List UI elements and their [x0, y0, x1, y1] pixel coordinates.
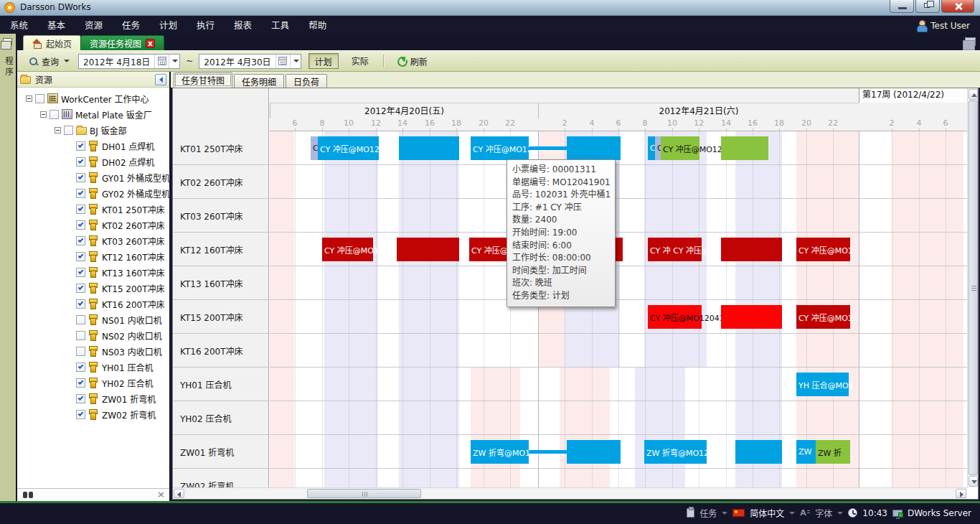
view-tab-1[interactable]: 任务明细	[234, 74, 284, 88]
task-bar[interactable]: CY 冲压@MO12041903	[648, 305, 702, 329]
menu-item-资源[interactable]: 资源	[85, 18, 103, 32]
task-bar[interactable]	[721, 136, 768, 160]
plan-toggle-button[interactable]: 计划	[308, 53, 339, 69]
task-bar[interactable]: ZW	[796, 440, 816, 464]
task-bar[interactable]: ZW 折弯@MO12041901	[644, 440, 707, 464]
menu-item-帮助[interactable]: 帮助	[308, 18, 326, 32]
scroll-right-button[interactable]	[956, 489, 966, 498]
checkbox[interactable]	[76, 220, 85, 230]
tree-item[interactable]: KT12 160T冲床	[17, 248, 169, 264]
checkbox[interactable]	[76, 205, 85, 214]
checkbox[interactable]	[76, 331, 85, 340]
menu-item-基本[interactable]: 基本	[47, 18, 65, 32]
task-bar[interactable]: CY 冲 CY 冲压@MO12041904	[648, 238, 702, 261]
program-side-strip[interactable]: 程序	[0, 34, 17, 501]
task-bar[interactable]: ZW 折弯@MO12041901	[471, 440, 529, 464]
tab-close-icon[interactable]: x	[146, 39, 155, 48]
chevron-down-icon[interactable]	[789, 512, 795, 515]
scroll-up-button[interactable]	[969, 89, 978, 100]
tree-item[interactable]: DH01 点焊机	[17, 138, 169, 154]
menu-item-工具[interactable]: 工具	[271, 18, 289, 32]
tree-item[interactable]: BJ 钣金部	[17, 122, 169, 138]
checkbox[interactable]	[76, 157, 85, 167]
layout-icon[interactable]	[965, 37, 976, 46]
horizontal-scrollbar[interactable]	[173, 487, 967, 499]
checkbox[interactable]	[76, 236, 85, 245]
task-bar[interactable]	[721, 305, 782, 329]
checkbox[interactable]	[76, 189, 85, 198]
task-bar[interactable]: CY 冲压@MO12041901	[318, 136, 379, 160]
checkbox[interactable]	[76, 252, 85, 261]
task-bar[interactable]	[397, 238, 459, 261]
actual-toggle-button[interactable]: 实际	[346, 53, 374, 69]
status-task-label[interactable]: 任务	[699, 507, 717, 519]
find-icon[interactable]	[23, 492, 33, 498]
tree-item[interactable]: YH02 压合机	[17, 375, 169, 390]
tree-item[interactable]: GY01 外桶成型机	[17, 169, 169, 185]
checkbox[interactable]	[76, 141, 85, 151]
view-tab-0[interactable]: 任务甘特图	[174, 72, 232, 88]
close-icon[interactable]: ×	[157, 489, 165, 500]
query-button[interactable]: 查询	[24, 54, 74, 69]
refresh-button[interactable]: 刷新	[392, 54, 432, 69]
tree-item[interactable]: NS03 内收口机	[17, 343, 169, 359]
task-bar[interactable]: YH 压合@MO1	[796, 373, 849, 396]
task-bar[interactable]	[529, 146, 567, 150]
view-tab-2[interactable]: 日负荷	[286, 74, 327, 88]
task-bar[interactable]: C	[311, 136, 318, 160]
checkbox[interactable]	[50, 110, 59, 119]
tree-item[interactable]: ZW01 折弯机	[17, 390, 169, 406]
chevron-down-icon[interactable]	[722, 512, 727, 515]
checkbox[interactable]	[76, 173, 85, 182]
menu-item-计划[interactable]: 计划	[159, 18, 177, 32]
restore-button[interactable]	[915, 0, 940, 13]
scroll-left-button[interactable]	[174, 489, 184, 498]
date-from-field[interactable]: 2012年 4月18日	[78, 54, 180, 69]
vertical-scroll-thumb[interactable]	[969, 100, 978, 475]
task-bar[interactable]: CY 冲压@MO1	[796, 238, 850, 261]
task-bar[interactable]: C	[648, 136, 655, 160]
task-bar[interactable]	[567, 440, 621, 464]
task-bar[interactable]	[721, 238, 782, 261]
expander-icon[interactable]	[40, 111, 47, 118]
tree-item[interactable]: KT03 260T冲床	[17, 233, 169, 248]
date-to-field[interactable]: 2012年 4月30日	[199, 54, 301, 69]
checkbox[interactable]	[76, 378, 85, 388]
expander-icon[interactable]	[55, 127, 61, 134]
task-bar[interactable]: CY 冲压@MO1	[796, 305, 850, 329]
task-bar[interactable]	[567, 136, 621, 160]
date-from-dropdown[interactable]	[169, 55, 179, 68]
user-box[interactable]: Test User	[916, 20, 970, 32]
collapse-panel-button[interactable]	[155, 74, 166, 85]
date-to-dropdown[interactable]	[290, 55, 301, 68]
checkbox[interactable]	[76, 284, 85, 293]
tree-item[interactable]: Metal Plate 钣金厂	[17, 106, 169, 122]
tab-resource-task-view[interactable]: 资源任务视图 x	[80, 35, 164, 50]
tree-item[interactable]: DH02 点焊机	[17, 154, 169, 169]
menu-item-执行[interactable]: 执行	[197, 18, 215, 32]
status-font-label[interactable]: 字体	[815, 507, 832, 519]
checkbox[interactable]	[35, 94, 44, 103]
task-bar[interactable]	[399, 136, 459, 160]
chevron-down-icon[interactable]	[837, 512, 843, 515]
minimize-button[interactable]	[890, 0, 914, 13]
expander-icon[interactable]	[26, 95, 32, 102]
checkbox[interactable]	[76, 362, 85, 372]
tree-item[interactable]: KT01 250T冲床	[17, 201, 169, 217]
tree-item[interactable]: YH01 压合机	[17, 359, 169, 375]
task-bar[interactable]: C	[655, 136, 661, 160]
close-button[interactable]	[941, 0, 974, 13]
tree-item[interactable]: WorkCenter 工作中心	[17, 90, 169, 106]
checkbox[interactable]	[76, 268, 85, 277]
calendar-icon-button[interactable]	[275, 55, 290, 68]
task-bar[interactable]	[735, 440, 782, 464]
horizontal-scroll-thumb[interactable]	[307, 489, 421, 498]
checkbox[interactable]	[76, 315, 85, 324]
task-bar[interactable]: CY 冲压@MO12041904	[322, 238, 373, 261]
checkbox[interactable]	[64, 126, 73, 135]
tree-item[interactable]: KT02 260T冲床	[17, 217, 169, 233]
menu-item-系统[interactable]: 系统	[10, 18, 28, 32]
task-bar[interactable]: ZW 折	[816, 440, 850, 464]
task-bar[interactable]	[529, 450, 567, 454]
tree-item[interactable]: KT16 200T冲床	[17, 296, 169, 312]
